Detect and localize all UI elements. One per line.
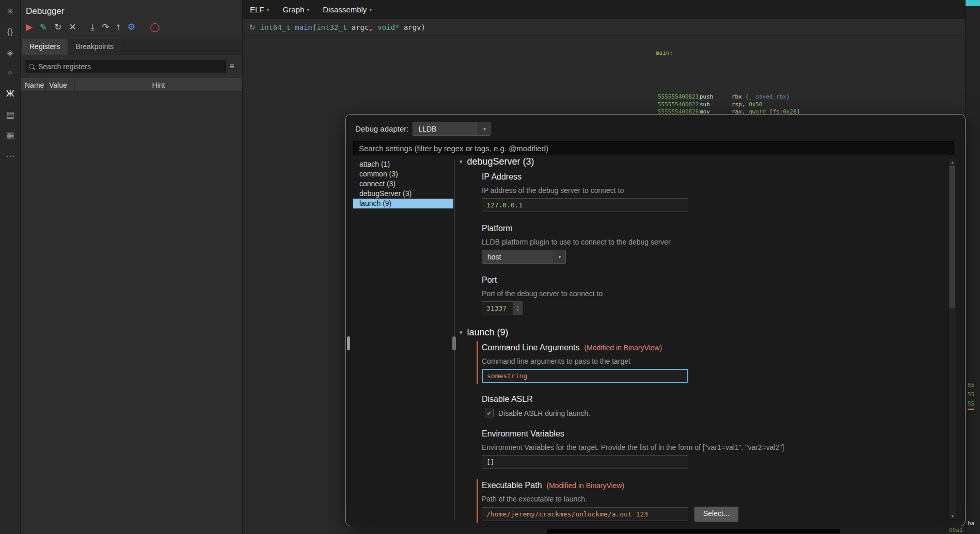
chevron-down-icon: ▾ — [478, 122, 490, 135]
column-header[interactable]: Hint — [74, 79, 242, 91]
debugger-icon[interactable]: Ж — [0, 84, 21, 104]
register-options-button[interactable]: ≡ — [226, 62, 238, 71]
setting-name: Environment Variables — [482, 429, 564, 439]
close-icon[interactable]: ✕ — [69, 23, 76, 32]
chevron-down-icon: ▾ — [307, 7, 309, 12]
scroll-down-arrow[interactable]: ▾ — [949, 513, 956, 519]
adapter-label: Debug adapter: — [355, 124, 408, 133]
setting-name: Executable Path — [482, 481, 542, 490]
setting-description: Path of the executable to launch. — [482, 495, 936, 503]
step-return-icon[interactable]: ⤒ — [117, 23, 121, 32]
disasm-label[interactable]: main: — [656, 50, 834, 57]
setting-dropdown[interactable]: host ▾ — [482, 250, 566, 264]
register-search-row: Search registers ≡ — [25, 60, 238, 73]
setting-text-input[interactable]: 127.0.0.1 ▴▾ — [482, 198, 688, 212]
background-panel-edge — [547, 529, 840, 533]
binary-ninja-window: ✳{}◈⌖Ж▤▦⋯ Debugger ▶ ✎ ↻ ✕ ⤓ ↷ — [0, 0, 980, 534]
settings-row: ▾ Environment Variables Environment Vari… — [455, 429, 936, 469]
settings-row: ▾ Executable Path (Modified in BinaryVie… — [455, 481, 936, 522]
adapter-row: Debug adapter: LLDB ▾ — [355, 122, 491, 136]
modified-badge: (Modified in BinaryView) — [547, 481, 625, 490]
feature-map-chip[interactable] — [966, 0, 980, 6]
view-menu-bar: ELF ▾ Graph ▾ Disassembly ▾ — [243, 0, 980, 19]
menu-item[interactable]: ELF ▾ — [250, 5, 270, 14]
select-file-button[interactable]: Select... — [694, 507, 738, 522]
run-icon[interactable]: ▶ — [26, 23, 33, 32]
disasm-line[interactable]: 555555400821pushrbx {__saved_rbx} — [656, 93, 834, 101]
settings-category-list: attach (1)common (3)connect (3)debugServ… — [353, 159, 453, 519]
category-item[interactable]: attach (1) — [353, 159, 453, 169]
chevron-down-icon: ▾ — [369, 7, 372, 12]
setting-text-input[interactable]: 31337 ▴▾ — [482, 301, 523, 315]
number-stepper[interactable]: ▴▾ — [513, 302, 522, 315]
category-item[interactable]: debugServer (3) — [353, 189, 453, 199]
debugger-settings-icon[interactable]: ⚙ — [128, 23, 135, 32]
more-icon[interactable]: ⋯ — [0, 145, 21, 166]
check-icon: ✓ — [486, 410, 492, 416]
settings-search-input[interactable]: Search settings (filter by regex or tags… — [353, 141, 954, 155]
memory-map-icon[interactable]: ⌖ — [0, 63, 21, 84]
tags-icon[interactable]: ◈ — [0, 42, 21, 63]
column-header[interactable]: Value — [45, 79, 74, 91]
function-signature: int64_t main(int32_t argc, void* argv) — [260, 23, 425, 31]
stop-icon[interactable]: ◯ — [150, 23, 160, 32]
scrollbar-thumb[interactable] — [950, 166, 955, 308]
search-registers-input[interactable]: Search registers — [25, 60, 226, 73]
setting-text-input[interactable]: /home/jeremy/crackmes/unlockme/a.out 123… — [482, 507, 688, 521]
chevron-down-icon: ▾ — [554, 250, 565, 263]
settings-search-placeholder: Search settings (filter by regex or tags… — [359, 144, 548, 153]
settings-row: ▾ launch (9) ✓ — [455, 327, 936, 338]
stack-view-icon[interactable]: ▦ — [0, 125, 21, 145]
settings-row: ▾ Platform LLDB platform plugin to use t… — [455, 224, 936, 264]
restart-icon[interactable]: ↻ — [54, 23, 61, 32]
setting-text-input[interactable]: [] ▴▾ — [482, 455, 688, 469]
clipped-highlight — [968, 409, 974, 410]
tab[interactable]: Breakpoints — [68, 39, 121, 55]
settings-scrollbar[interactable]: ▴ ▾ — [949, 158, 956, 520]
setting-description: LLDB platform plugin to use to connect t… — [482, 238, 936, 246]
step-into-icon[interactable]: ⤓ — [91, 23, 95, 32]
settings-row: ▾ Port Port of the debug server to conne… — [455, 276, 936, 315]
setting-description: IP address of the debug server to connec… — [482, 186, 936, 195]
xrefs-icon[interactable]: ✳ — [0, 1, 21, 22]
section-header[interactable]: ▾ debugServer (3) — [455, 156, 936, 167]
menu-item[interactable]: Graph ▾ — [283, 5, 310, 14]
activity-bar: ✳{}◈⌖Ж▤▦⋯ — [0, 0, 21, 534]
debugger-toolbar: ▶ ✎ ↻ ✕ ⤓ ↷ ⤒ ⚙ — [21, 19, 242, 36]
setting-name: IP Address — [482, 172, 521, 182]
collapse-arrow-icon: ▾ — [460, 329, 463, 336]
category-item[interactable]: connect (3) — [353, 179, 453, 189]
modified-badge: (Modified in BinaryView) — [584, 344, 662, 352]
debug-adapter-settings-dialog: Debug adapter: LLDB ▾ Search settings (f… — [345, 114, 966, 526]
register-table-header: NameValueHint — [21, 78, 242, 92]
clipped-text: 00a1 — [949, 527, 963, 533]
tab[interactable]: Registers — [22, 39, 68, 55]
category-item[interactable]: common (3) — [353, 169, 453, 179]
search-placeholder: Search registers — [38, 62, 91, 71]
column-header[interactable]: Name — [21, 79, 45, 91]
setting-text-input[interactable]: somestring ▴▾ — [482, 369, 688, 383]
setting-description: Port of the debug server to connect to — [482, 289, 936, 298]
feature-map-strip: 55 55 55 ha — [965, 0, 980, 534]
components-icon[interactable]: ▤ — [0, 104, 21, 125]
panel-title: Debugger — [21, 0, 242, 19]
checkbox[interactable]: ✓ — [485, 409, 494, 417]
category-item[interactable]: launch (9) — [353, 199, 453, 208]
attach-icon[interactable]: ✎ — [40, 23, 47, 32]
menu-item[interactable]: Disassembly ▾ — [323, 5, 372, 14]
disasm-line[interactable]: 555555400822subrsp, 0x50 — [656, 101, 834, 108]
setting-description: Command line arguments to pass to the ta… — [482, 357, 936, 365]
splitter-handle[interactable] — [347, 336, 350, 350]
reanalyze-icon[interactable]: ↻ — [249, 23, 256, 32]
adapter-dropdown[interactable]: LLDB ▾ — [413, 122, 491, 136]
scroll-up-arrow[interactable]: ▴ — [949, 159, 956, 165]
settings-row: ▾ IP Address IP address of the debug ser… — [455, 172, 936, 212]
section-header[interactable]: ▾ launch (9) — [455, 327, 936, 338]
setting-name: Command Line Arguments — [482, 343, 579, 352]
setting-name: Platform — [482, 224, 513, 233]
search-icon — [29, 64, 35, 70]
step-over-icon[interactable]: ↷ — [102, 23, 109, 32]
settings-row: ▾ Disable ASLR ✓ Disable ASLR during lau… — [455, 395, 936, 417]
debugger-panel: Debugger ▶ ✎ ↻ ✕ ⤓ ↷ ⤒ — [21, 0, 243, 534]
types-icon[interactable]: {} — [0, 22, 21, 42]
